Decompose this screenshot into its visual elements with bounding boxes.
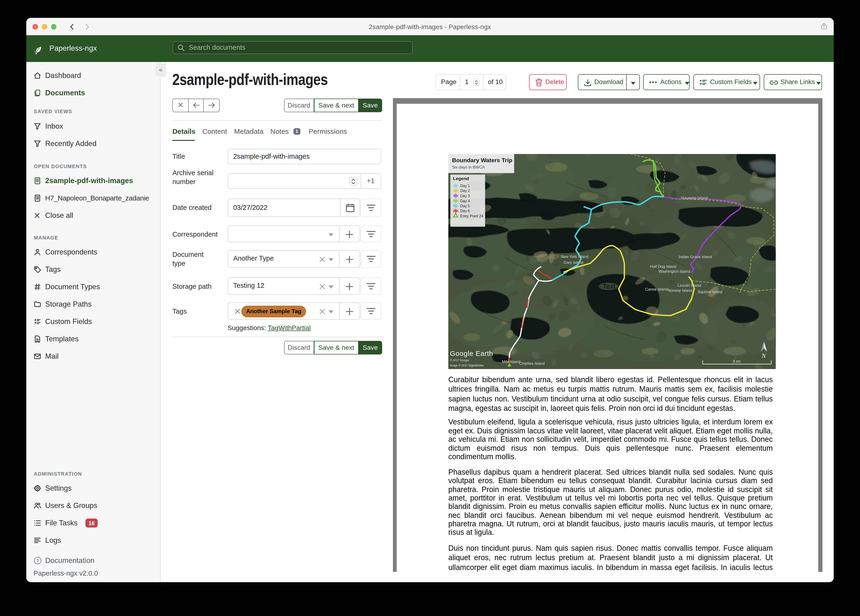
svg-text:© 2017 Google: © 2017 Google: [450, 359, 469, 362]
svg-text:Day 6: Day 6: [460, 209, 470, 213]
svg-text:Washington Island: Washington Island: [659, 269, 690, 273]
svg-text:New York Island: New York Island: [561, 255, 589, 259]
svg-text:Lincoln Island: Lincoln Island: [678, 284, 701, 288]
svg-text:3 mi: 3 mi: [733, 359, 740, 364]
svg-text:Half Dog Island: Half Dog Island: [650, 265, 676, 269]
svg-text:N: N: [762, 352, 766, 359]
svg-text:Legend: Legend: [453, 176, 469, 181]
svg-text:Image © 2017 DigitalGlobe: Image © 2017 DigitalGlobe: [450, 364, 484, 367]
svg-text:Google Earth: Google Earth: [450, 350, 493, 357]
svg-text:Day 1: Day 1: [460, 184, 470, 188]
svg-text:Hausons Island: Hausons Island: [681, 196, 708, 200]
svg-text:Boundary Waters Trip: Boundary Waters Trip: [452, 157, 512, 163]
svg-text:Day 4: Day 4: [460, 199, 470, 203]
svg-text:Day 2: Day 2: [460, 189, 470, 193]
svg-text:Indian Grave Island: Indian Grave Island: [679, 255, 712, 259]
svg-text:Day 5: Day 5: [460, 204, 470, 208]
svg-text:Charlies Island: Charlies Island: [519, 361, 545, 366]
svg-text:Squirrel Island: Squirrel Island: [698, 290, 723, 294]
svg-text:Norway Island: Norway Island: [668, 288, 692, 292]
svg-text:Text: Text: [603, 283, 615, 290]
svg-text:?: ?: [36, 558, 39, 563]
svg-text:Gary Island: Gary Island: [564, 260, 584, 265]
svg-text:Six days in BWCA: Six days in BWCA: [452, 165, 485, 170]
svg-text:Entry Point 24: Entry Point 24: [460, 214, 483, 218]
svg-text:Mile Island: Mile Island: [502, 360, 520, 364]
svg-text:Canoe Island: Canoe Island: [645, 288, 668, 292]
svg-text:Day 3: Day 3: [460, 194, 470, 198]
